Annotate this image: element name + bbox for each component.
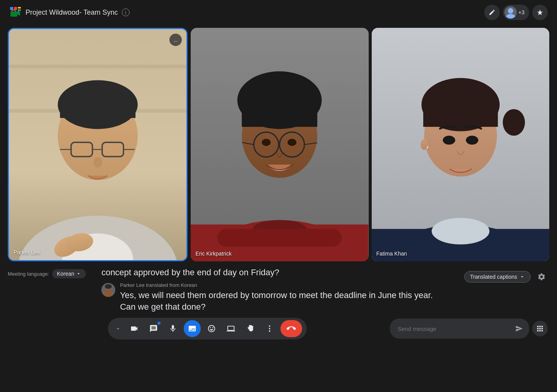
meeting-language-control: Meeting language: Korean — [8, 269, 86, 278]
bottom-right-controls — [390, 319, 548, 339]
svg-point-64 — [269, 331, 270, 332]
pencil-button[interactable] — [484, 5, 500, 20]
translated-captions-button[interactable]: Translated captions — [464, 271, 531, 283]
emoji-button[interactable] — [203, 320, 220, 337]
language-value: Korean — [57, 271, 74, 277]
svg-point-58 — [420, 139, 427, 150]
svg-point-54 — [502, 109, 525, 136]
camera-icon — [130, 324, 138, 333]
captions-settings-button[interactable] — [534, 269, 549, 285]
svg-point-45 — [288, 139, 297, 146]
participant-name-eric: Eric Kirkpatrick — [195, 251, 231, 257]
svg-rect-53 — [423, 105, 498, 127]
google-meet-logo: G M — [9, 6, 22, 19]
expand-button[interactable] — [113, 320, 123, 337]
mic-icon — [169, 324, 177, 333]
caption-text: Yes, we will need them ordered by tomorr… — [120, 290, 449, 312]
chevron-up-icon — [115, 326, 121, 332]
captions-controls: Translated captions — [464, 269, 549, 285]
svg-point-56 — [466, 136, 478, 145]
caption-speaker-info: Parker Lee translated from Korean Yes, w… — [120, 282, 449, 312]
captions-area: concept approved by the end of day on Fr… — [86, 268, 464, 312]
svg-point-61 — [105, 284, 112, 289]
participant-name-parker: Parker Lee — [14, 249, 40, 256]
bottom-controls — [0, 314, 557, 346]
meeting-language-label: Meeting language: — [8, 271, 49, 277]
participant-name-fatima: Fatima Khan — [376, 251, 407, 257]
video-feed-fatima — [372, 28, 549, 261]
top-bar-left: G M Project Wildwood- Team Sync i — [9, 6, 130, 19]
video-tile-eric-kirkpatrick: Eric Kirkpatrick — [191, 28, 368, 261]
participants-badge[interactable]: +3 — [503, 5, 529, 20]
controls-toolbar — [108, 318, 307, 339]
send-message-button[interactable] — [512, 322, 526, 336]
svg-point-10 — [506, 14, 515, 19]
svg-point-63 — [269, 328, 270, 330]
svg-rect-6 — [18, 9, 21, 11]
captions-bar: Meeting language: Korean concept approve… — [0, 264, 557, 314]
camera-toggle-button[interactable] — [126, 320, 143, 337]
send-icon — [515, 325, 523, 332]
caption-speaker-avatar — [101, 283, 115, 297]
send-message-input[interactable] — [398, 326, 509, 332]
participant-avatar — [504, 6, 517, 19]
captions-toggle-button[interactable] — [184, 320, 201, 337]
svg-point-24 — [93, 157, 102, 168]
raise-hand-icon — [246, 324, 255, 333]
present-button[interactable] — [222, 320, 239, 337]
send-message-area — [390, 319, 529, 339]
svg-point-60 — [103, 291, 113, 297]
video-feed-eric — [191, 28, 368, 261]
svg-point-55 — [443, 136, 455, 145]
chat-icon — [149, 324, 158, 333]
participant-count: +3 — [518, 9, 525, 15]
language-select[interactable]: Korean — [52, 269, 86, 278]
more-vert-icon — [265, 324, 274, 333]
top-bar: G M Project Wildwood- Team Sync i — [0, 0, 557, 25]
translated-captions-label: Translated captions — [470, 274, 517, 280]
svg-rect-46 — [217, 229, 342, 247]
mic-toggle-button[interactable] — [164, 320, 181, 337]
raise-hand-button[interactable] — [242, 320, 259, 337]
video-grid: ... Parker Lee — [0, 25, 557, 264]
svg-rect-12 — [9, 65, 186, 68]
video-tile-parker-lee: ... Parker Lee — [8, 28, 188, 261]
captions-icon — [188, 324, 196, 333]
svg-rect-7 — [10, 12, 17, 17]
svg-rect-3 — [10, 7, 13, 10]
info-icon[interactable]: i — [122, 9, 130, 16]
chevron-down-small-icon — [519, 274, 525, 280]
svg-point-62 — [269, 326, 270, 327]
video-feed-parker — [9, 29, 186, 260]
svg-rect-18 — [60, 105, 135, 118]
caption-speaker-row: Parker Lee translated from Korean Yes, w… — [101, 282, 449, 312]
svg-point-9 — [508, 8, 513, 14]
svg-rect-5 — [18, 7, 21, 9]
emoji-icon — [207, 324, 216, 333]
more-options-button[interactable] — [145, 320, 162, 337]
end-call-button[interactable] — [280, 320, 302, 337]
caption-speaker-name: Parker Lee translated from Korean — [120, 282, 449, 288]
meeting-title: Project Wildwood- Team Sync — [26, 9, 118, 17]
gear-icon — [537, 273, 546, 281]
apps-button[interactable] — [532, 321, 548, 336]
more-menu-button[interactable] — [261, 320, 278, 337]
sparkle-button[interactable] — [532, 5, 548, 20]
svg-rect-4 — [14, 7, 17, 10]
present-icon — [227, 324, 235, 333]
apps-grid-icon — [536, 324, 544, 333]
end-call-icon — [287, 324, 296, 333]
svg-point-44 — [262, 139, 271, 146]
video-tile-fatima-khan: Fatima Khan — [372, 28, 549, 261]
top-bar-right: +3 — [484, 5, 548, 20]
svg-rect-38 — [242, 109, 317, 127]
chevron-down-icon — [76, 271, 81, 276]
caption-prev-line: concept approved by the end of day on Fr… — [101, 268, 449, 278]
svg-point-50 — [432, 218, 489, 244]
